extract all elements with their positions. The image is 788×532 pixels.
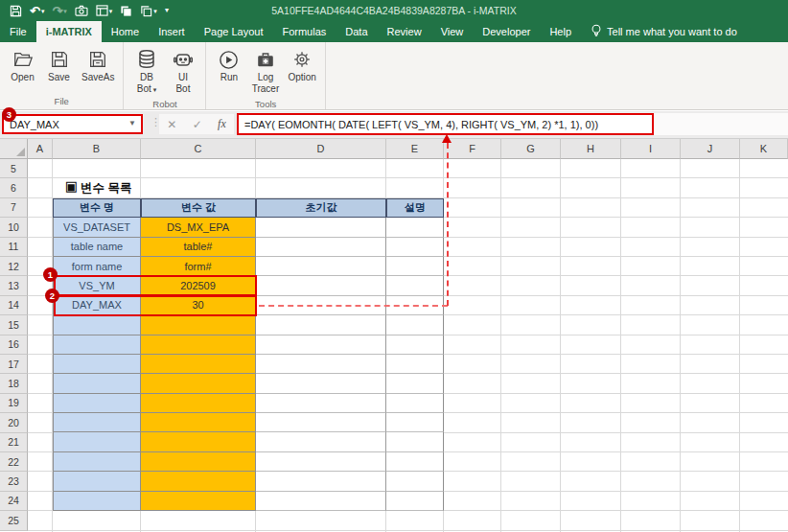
option-button[interactable]: Option: [285, 45, 318, 85]
redo-icon[interactable]: ↷▾: [52, 5, 66, 17]
table-cell-name[interactable]: [53, 355, 141, 374]
table-header-cell[interactable]: 변수 명: [53, 198, 141, 218]
row-header-21[interactable]: 21: [0, 433, 28, 452]
table-cell-name[interactable]: [53, 472, 141, 491]
row-header-25[interactable]: 25: [0, 511, 28, 530]
table-cell-desc[interactable]: [386, 315, 444, 335]
camera-icon[interactable]: [75, 5, 88, 16]
slide-layout-icon[interactable]: ▾: [96, 5, 113, 16]
select-all-corner[interactable]: [0, 139, 28, 159]
row-header-19[interactable]: 19: [0, 394, 28, 413]
table-cell-desc[interactable]: [386, 238, 444, 257]
enter-icon[interactable]: ✓: [193, 118, 202, 131]
table-header-cell[interactable]: 초기값: [256, 198, 386, 218]
tab-developer[interactable]: Developer: [473, 21, 540, 42]
table-cell-value[interactable]: [141, 492, 256, 511]
table-cell-desc[interactable]: [386, 452, 444, 472]
row-header-24[interactable]: 24: [0, 492, 28, 511]
row-header-16[interactable]: 16: [0, 335, 28, 355]
table-cell-value[interactable]: table#: [141, 238, 256, 257]
column-header-C[interactable]: C: [141, 139, 256, 159]
table-cell-desc[interactable]: [386, 472, 444, 491]
row-header-20[interactable]: 20: [0, 413, 28, 432]
table-cell-init[interactable]: [256, 315, 386, 335]
tab-home[interactable]: Home: [102, 21, 149, 42]
tab-file[interactable]: File: [0, 21, 36, 42]
table-cell-name[interactable]: [53, 374, 141, 393]
tab-insert[interactable]: Insert: [149, 21, 195, 42]
tab-formulas[interactable]: Formulas: [272, 21, 336, 42]
row-header-10[interactable]: 10: [0, 218, 28, 237]
table-cell-desc[interactable]: [386, 218, 444, 237]
table-cell-desc[interactable]: [386, 374, 444, 393]
customize-qat-icon[interactable]: ▾: [165, 7, 168, 14]
table-header-cell[interactable]: 변수 값: [141, 198, 256, 218]
table-cell-name[interactable]: VS_DATASET: [53, 218, 141, 237]
column-header-I[interactable]: I: [621, 139, 681, 159]
table-cell-init[interactable]: [256, 257, 386, 276]
tab-review[interactable]: Review: [378, 21, 431, 42]
open-button[interactable]: Open: [6, 45, 39, 85]
table-cell-desc[interactable]: [386, 276, 444, 295]
table-cell-name[interactable]: [53, 413, 141, 432]
table-cell-desc[interactable]: [386, 335, 444, 355]
table-cell-value[interactable]: form#: [141, 257, 256, 276]
row-header-23[interactable]: 23: [0, 472, 28, 491]
row-header-13[interactable]: 13: [0, 276, 28, 295]
column-header-A[interactable]: A: [28, 139, 53, 159]
saveas-button[interactable]: SaveAs: [79, 45, 117, 85]
table-cell-init[interactable]: [256, 335, 386, 355]
tab-data[interactable]: Data: [336, 21, 377, 42]
table-cell-desc[interactable]: [386, 432, 444, 451]
column-header-J[interactable]: J: [681, 139, 740, 159]
tab-i-matrix[interactable]: i-MATRIX: [36, 21, 102, 42]
table-cell-value[interactable]: [141, 413, 256, 432]
row-header-7[interactable]: 7: [0, 198, 28, 218]
save-button[interactable]: Save: [42, 45, 76, 85]
column-header-E[interactable]: E: [386, 139, 444, 159]
column-header-D[interactable]: D: [256, 139, 386, 159]
table-cell-name[interactable]: [53, 432, 141, 451]
table-cell-init[interactable]: [256, 374, 386, 393]
row-header-6[interactable]: 6: [0, 178, 28, 197]
table-cell-name[interactable]: [53, 452, 141, 472]
row-header-22[interactable]: 22: [0, 452, 28, 472]
table-cell-name[interactable]: form name: [53, 257, 141, 276]
table-cell-value[interactable]: [141, 355, 256, 374]
table-cell-name[interactable]: [53, 315, 141, 335]
run-button[interactable]: Run: [212, 45, 245, 85]
table-cell-name[interactable]: [53, 394, 141, 413]
table-header-cell[interactable]: 설명: [386, 198, 444, 218]
table-cell-value[interactable]: [141, 432, 256, 451]
table-cell-desc[interactable]: [386, 257, 444, 276]
table-cell-init[interactable]: [256, 218, 386, 237]
row-header-18[interactable]: 18: [0, 374, 28, 393]
table-cell-init[interactable]: [256, 472, 386, 491]
column-header-F[interactable]: F: [444, 139, 501, 159]
name-box[interactable]: DAY_MAX ▼: [2, 114, 143, 134]
name-box-dropdown-icon[interactable]: ▼: [128, 119, 136, 127]
table-cell-init[interactable]: [256, 355, 386, 374]
table-cell-init[interactable]: [256, 413, 386, 432]
table-cell-value[interactable]: [141, 374, 256, 393]
db-bot-button[interactable]: DBBot ▾: [129, 45, 163, 96]
tell-me-box[interactable]: Tell me what you want to do: [581, 21, 747, 42]
table-cell-init[interactable]: [256, 276, 386, 295]
table-cell-value[interactable]: [141, 335, 256, 355]
table-cell-value[interactable]: [141, 315, 256, 335]
row-header-11[interactable]: 11: [0, 238, 28, 257]
tab-page-layout[interactable]: Page Layout: [195, 21, 273, 42]
table-cell-name[interactable]: [53, 492, 141, 511]
table-cell-name[interactable]: table name: [53, 238, 141, 257]
table-cell-value[interactable]: [141, 394, 256, 413]
table-cell-init[interactable]: [256, 492, 386, 511]
table-cell-name[interactable]: [53, 335, 141, 355]
table-cell-init[interactable]: [256, 238, 386, 257]
table-cell-init[interactable]: [256, 432, 386, 451]
row-header-17[interactable]: 17: [0, 355, 28, 374]
column-header-G[interactable]: G: [501, 139, 561, 159]
table-cell-init[interactable]: [256, 452, 386, 472]
table-cell-value[interactable]: [141, 452, 256, 472]
column-header-B[interactable]: B: [53, 139, 141, 159]
table-cell-value[interactable]: DS_MX_EPA: [141, 218, 256, 237]
